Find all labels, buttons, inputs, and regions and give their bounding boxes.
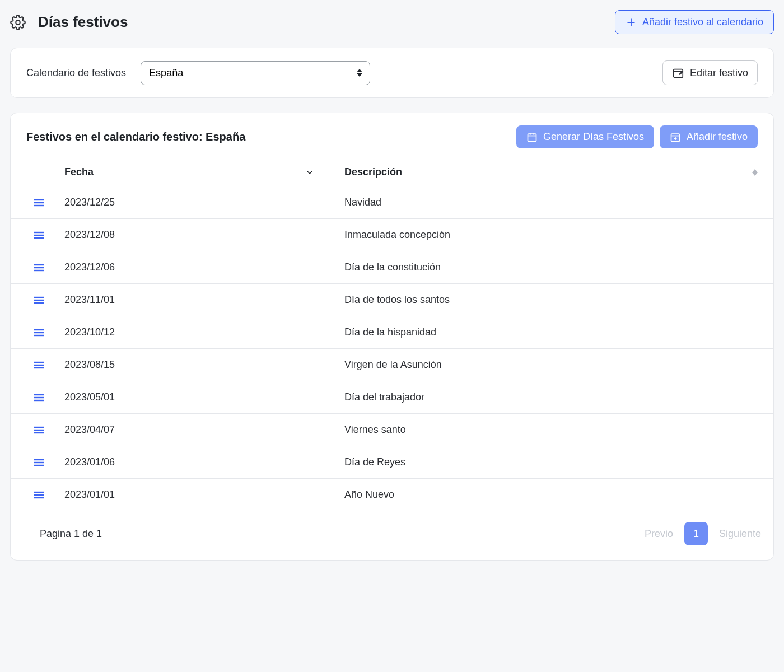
column-label: Descripción [344, 166, 402, 178]
generate-holidays-button[interactable]: Generar Días Festivos [516, 125, 654, 148]
table-row[interactable]: 2023/01/01Año Nuevo [11, 479, 773, 511]
cell-descripcion: Día de la hispanidad [344, 316, 773, 349]
drag-handle-icon[interactable] [34, 263, 64, 272]
header-left: Días festivos [10, 13, 128, 31]
table-row[interactable]: 2023/12/08Inmaculada concepción [11, 219, 773, 251]
selector-left: Calendario de festivos [26, 61, 370, 85]
svg-point-0 [16, 20, 20, 24]
calendar-plus-icon [670, 132, 681, 143]
button-label: Generar Días Festivos [543, 131, 644, 143]
drag-handle-icon[interactable] [34, 296, 64, 305]
cell-descripcion: Día de Reyes [344, 446, 773, 479]
cell-descripcion: Día de la constitución [344, 251, 773, 284]
calendar-selector-card: Calendario de festivos Editar festivo [10, 48, 774, 98]
drag-handle-icon[interactable] [34, 491, 64, 500]
cell-descripcion: Año Nuevo [344, 479, 773, 511]
edit-holiday-button[interactable]: Editar festivo [662, 60, 758, 85]
selector-label: Calendario de festivos [26, 67, 126, 79]
drag-handle-icon[interactable] [34, 393, 64, 402]
table-row[interactable]: 2023/05/01Día del trabajador [11, 381, 773, 414]
sort-icon [752, 169, 758, 176]
chevron-down-icon [305, 168, 314, 177]
pager-prev[interactable]: Previo [645, 528, 673, 540]
table-row[interactable]: 2023/01/06Día de Reyes [11, 446, 773, 479]
table-row[interactable]: 2023/12/06Día de la constitución [11, 251, 773, 284]
table-header-row: Fecha Descripción [11, 158, 773, 186]
calendar-select[interactable] [141, 61, 370, 85]
cell-descripcion: Navidad [344, 186, 773, 219]
column-descripcion[interactable]: Descripción [344, 158, 773, 186]
table-row[interactable]: 2023/12/25Navidad [11, 186, 773, 219]
cell-fecha: 2023/01/01 [64, 479, 344, 511]
cell-fecha: 2023/10/12 [64, 316, 344, 349]
cell-fecha: 2023/11/01 [64, 284, 344, 316]
cell-descripcion: Virgen de la Asunción [344, 349, 773, 381]
table-row[interactable]: 2023/11/01Día de todos los santos [11, 284, 773, 316]
cell-fecha: 2023/01/06 [64, 446, 344, 479]
cell-fecha: 2023/12/06 [64, 251, 344, 284]
column-label: Fecha [64, 166, 94, 178]
cell-fecha: 2023/04/07 [64, 414, 344, 446]
cell-fecha: 2023/12/25 [64, 186, 344, 219]
button-label: Añadir festivo al calendario [642, 16, 763, 28]
table-row[interactable]: 2023/08/15Virgen de la Asunción [11, 349, 773, 381]
gear-icon [10, 15, 26, 30]
drag-handle-icon[interactable] [34, 426, 64, 435]
drag-handle-icon[interactable] [34, 361, 64, 370]
table-footer: Pagina 1 de 1 Previo 1 Siguiente [11, 511, 773, 560]
table-title: Festivos en el calendario festivo: Españ… [26, 130, 245, 143]
button-label: Editar festivo [690, 67, 748, 79]
drag-handle-icon[interactable] [34, 198, 64, 207]
add-holiday-to-calendar-button[interactable]: Añadir festivo al calendario [615, 10, 774, 34]
add-holiday-button[interactable]: Añadir festivo [660, 125, 758, 148]
table-row[interactable]: 2023/10/12Día de la hispanidad [11, 316, 773, 349]
table-header: Festivos en el calendario festivo: Españ… [11, 113, 773, 158]
calendar-icon [526, 132, 538, 143]
pager-next[interactable]: Siguiente [719, 528, 761, 540]
column-drag [11, 158, 64, 186]
page-header: Días festivos Añadir festivo al calendar… [10, 10, 774, 34]
cell-descripcion: Día del trabajador [344, 381, 773, 414]
drag-handle-icon[interactable] [34, 328, 64, 337]
cell-fecha: 2023/05/01 [64, 381, 344, 414]
plus-icon [626, 17, 637, 28]
cell-descripcion: Día de todos los santos [344, 284, 773, 316]
drag-handle-icon[interactable] [34, 231, 64, 240]
cell-descripcion: Viernes santo [344, 414, 773, 446]
drag-handle-icon[interactable] [34, 458, 64, 467]
edit-calendar-icon [672, 67, 684, 79]
cell-descripcion: Inmaculada concepción [344, 219, 773, 251]
table-row[interactable]: 2023/04/07Viernes santo [11, 414, 773, 446]
pager-current[interactable]: 1 [684, 522, 708, 545]
calendar-select-wrap [141, 61, 370, 85]
cell-fecha: 2023/08/15 [64, 349, 344, 381]
table-actions: Generar Días Festivos Añadir festivo [516, 125, 758, 148]
column-fecha[interactable]: Fecha [64, 158, 344, 186]
page-title: Días festivos [38, 13, 128, 31]
svg-rect-7 [528, 134, 536, 141]
pager: Previo 1 Siguiente [645, 522, 761, 545]
cell-fecha: 2023/12/08 [64, 219, 344, 251]
page-info: Pagina 1 de 1 [40, 528, 102, 540]
svg-marker-16 [752, 172, 758, 176]
holidays-table-card: Festivos en el calendario festivo: Españ… [10, 113, 774, 561]
holidays-table: Fecha Descripción [11, 158, 773, 511]
button-label: Añadir festivo [687, 131, 748, 143]
